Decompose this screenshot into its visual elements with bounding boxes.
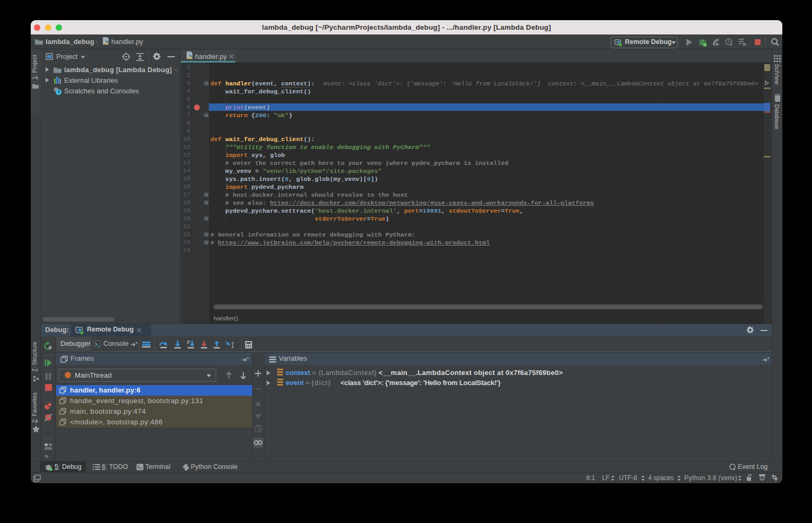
svg-text:?: ? (774, 477, 778, 482)
